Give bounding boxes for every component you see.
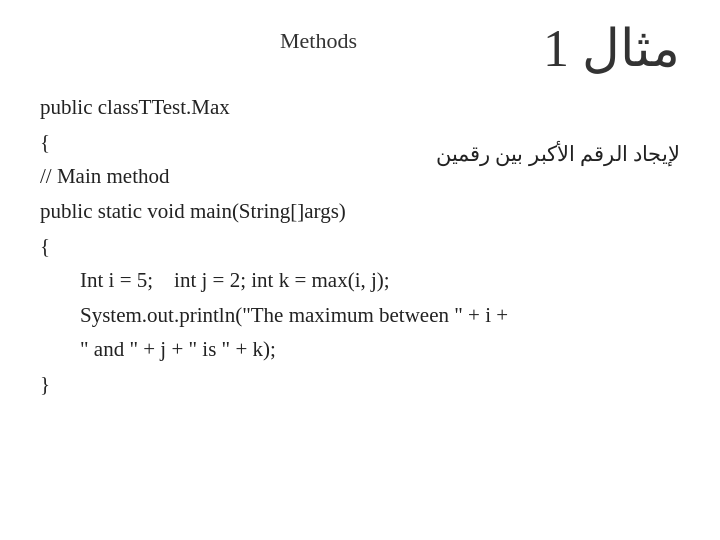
code-line-3: // Main method [40, 159, 680, 194]
code-block: public classTTest.Max { // Main method p… [40, 90, 680, 402]
code-line-9: } [40, 367, 680, 402]
arabic-title: مثال 1 [543, 18, 680, 78]
code-line-4: public static void main(String[]args) [40, 194, 680, 229]
slide-container: Methods مثال 1 لإيجاد الرقم الأكبر بين ر… [0, 0, 720, 540]
code-line-8: " and " + j + " is " + k); [40, 332, 680, 367]
code-line-2: { [40, 125, 680, 160]
code-line-6: Int i = 5; int j = 2; int k = max(i, j); [40, 263, 680, 298]
methods-title: Methods [280, 28, 357, 54]
code-line-7: System.out.println("The maximum between … [40, 298, 680, 333]
code-line-5: { [40, 229, 680, 264]
code-line-1: public classTTest.Max [40, 90, 680, 125]
